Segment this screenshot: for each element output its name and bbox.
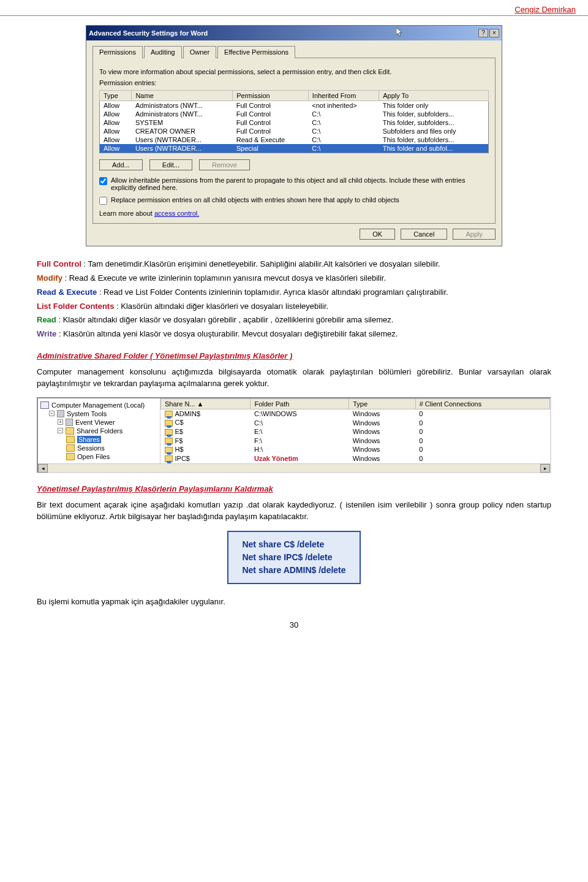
shares-list: Share N... ▲ Folder Path Type # Client C…	[160, 398, 550, 463]
author-name: Cengiz Demirkan	[0, 0, 588, 16]
col-share-name[interactable]: Share N... ▲	[161, 398, 251, 409]
col-inherited[interactable]: Inherited From	[308, 91, 379, 101]
tree-shared-folders[interactable]: Shared Folders	[77, 427, 123, 435]
list-item[interactable]: IPC$Uzak YönetimWindows0	[161, 454, 550, 463]
add-button[interactable]: Add...	[99, 159, 143, 170]
table-row[interactable]: AllowUsers (NWTRADER...Read & ExecuteC:\…	[100, 135, 489, 144]
folder-icon	[66, 436, 75, 443]
col-permission[interactable]: Permission	[233, 91, 309, 101]
edit-button[interactable]: Edit...	[149, 159, 192, 170]
inherit-checkbox[interactable]	[99, 177, 107, 185]
remove-shares-heading: Yönetimsel Paylaştırılmış Klasörlerin Pa…	[37, 484, 551, 493]
help-button[interactable]: ?	[478, 29, 488, 37]
expander-icon[interactable]: +	[58, 419, 63, 425]
cmd-line-1: Net share C$ /delete	[242, 538, 345, 551]
term-read: Read	[37, 315, 56, 324]
folder-icon	[66, 444, 75, 452]
cmd-line-3: Net share ADMIN$ /delete	[242, 564, 345, 577]
admin-shared-paragraph: Computer management konsolunu açtığımızd…	[37, 367, 551, 390]
learn-more: Learn more about access control.	[99, 210, 489, 217]
cmd-line-2: Net share IPC$ /delete	[242, 551, 345, 564]
permissions-table: Type Name Permission Inherited From Appl…	[99, 90, 489, 153]
list-item[interactable]: F$F:\Windows0	[161, 436, 550, 446]
table-row[interactable]: AllowUsers (NWTRADER...SpecialC:\This fo…	[100, 144, 489, 153]
apply-button[interactable]: Apply	[453, 229, 496, 240]
dialog-tabs: Permissions Auditing Owner Effective Per…	[92, 45, 496, 58]
col-type[interactable]: Type	[100, 91, 132, 101]
computer-icon	[40, 401, 49, 409]
cmd-follow-paragraph: Bu işlemi komutla yapmak için aşağıdakil…	[37, 596, 551, 608]
expander-icon[interactable]: −	[49, 411, 55, 416]
folder-icon	[66, 427, 74, 435]
list-item[interactable]: E$E:\Windows0	[161, 427, 550, 436]
dialog-intro: To view more information about special p…	[99, 68, 489, 75]
tree-root[interactable]: Computer Management (Local)	[51, 401, 145, 409]
tree-sessions[interactable]: Sessions	[77, 444, 105, 452]
computer-management-figure: Computer Management (Local) −System Tool…	[37, 397, 551, 473]
event-viewer-icon	[66, 419, 73, 426]
term-modify: Modify	[37, 273, 62, 283]
col-clients[interactable]: # Client Connections	[415, 398, 549, 409]
cancel-button[interactable]: Cancel	[401, 229, 447, 240]
term-list-folder: List Folder Contents	[37, 302, 114, 311]
list-item[interactable]: H$H:\Windows0	[161, 445, 550, 454]
remove-button[interactable]: Remove	[199, 159, 250, 170]
security-dialog-figure: Advanced Security Settings for Word ? × …	[37, 25, 551, 246]
col-name[interactable]: Name	[132, 91, 233, 101]
dialog-title: Advanced Security Settings for Word	[89, 29, 396, 37]
scroll-right-icon[interactable]: ▸	[540, 464, 550, 473]
share-folder-icon	[165, 438, 173, 444]
tab-effective[interactable]: Effective Permissions	[217, 46, 295, 58]
tree-shares[interactable]: Shares	[77, 436, 101, 443]
tree-open-files[interactable]: Open Files	[77, 453, 110, 460]
table-row[interactable]: AllowAdministrators (NWT...Full Control<…	[100, 101, 489, 110]
page-number: 30	[37, 620, 551, 629]
share-folder-icon	[165, 429, 173, 436]
scroll-left-icon[interactable]: ◂	[38, 464, 48, 473]
col-folder-path[interactable]: Folder Path	[251, 398, 349, 409]
tools-icon	[57, 410, 64, 417]
permission-descriptions: Full Control : Tam denetimdir.Klasörün e…	[37, 259, 551, 340]
ok-button[interactable]: OK	[360, 229, 395, 240]
table-row[interactable]: AllowAdministrators (NWT...Full ControlC…	[100, 110, 489, 118]
col-type[interactable]: Type	[349, 398, 415, 409]
tree-event-viewer[interactable]: Event Viewer	[75, 419, 115, 426]
replace-label: Replace permission entries on all child …	[111, 196, 399, 203]
table-row[interactable]: AllowSYSTEMFull ControlC:\This folder, s…	[100, 118, 489, 127]
cursor-icon	[396, 28, 404, 39]
entries-label: Permission entries:	[99, 79, 489, 86]
expander-icon[interactable]: −	[58, 428, 63, 433]
list-item[interactable]: C$C:\Windows0	[161, 418, 550, 427]
share-folder-icon	[165, 420, 173, 427]
remove-shares-paragraph: Bir text document açarak içine aşağıdaki…	[37, 500, 551, 523]
list-item[interactable]: ADMIN$C:\WINDOWSWindows0	[161, 409, 550, 418]
advanced-security-dialog: Advanced Security Settings for Word ? × …	[86, 25, 502, 246]
close-button[interactable]: ×	[489, 29, 499, 37]
dialog-titlebar: Advanced Security Settings for Word ? ×	[86, 26, 502, 40]
tab-auditing[interactable]: Auditing	[144, 46, 182, 58]
cm-tree: Computer Management (Local) −System Tool…	[38, 398, 160, 463]
share-folder-icon	[165, 411, 173, 417]
access-control-link[interactable]: access control.	[154, 210, 199, 217]
tree-system-tools[interactable]: System Tools	[67, 410, 107, 417]
folder-icon	[66, 453, 75, 460]
col-apply[interactable]: Apply To	[379, 91, 489, 101]
replace-checkbox[interactable]	[99, 197, 107, 205]
tab-owner[interactable]: Owner	[183, 46, 216, 58]
tab-permissions[interactable]: Permissions	[92, 46, 143, 58]
term-full-control: Full Control	[37, 259, 81, 268]
inherit-label: Allow inheritable permissions from the p…	[111, 177, 489, 191]
table-row[interactable]: AllowCREATOR OWNERFull ControlC:\Subfold…	[100, 127, 489, 135]
share-folder-icon	[165, 447, 173, 454]
command-box: Net share C$ /delete Net share IPC$ /del…	[227, 531, 360, 584]
horizontal-scrollbar[interactable]: ◂ ▸	[38, 463, 550, 472]
term-read-execute: Read & Execute	[37, 287, 97, 297]
share-folder-icon	[165, 455, 173, 462]
term-write: Write	[37, 329, 56, 338]
admin-shared-heading: Administrative Shared Folder ( Yönetimse…	[37, 351, 551, 360]
